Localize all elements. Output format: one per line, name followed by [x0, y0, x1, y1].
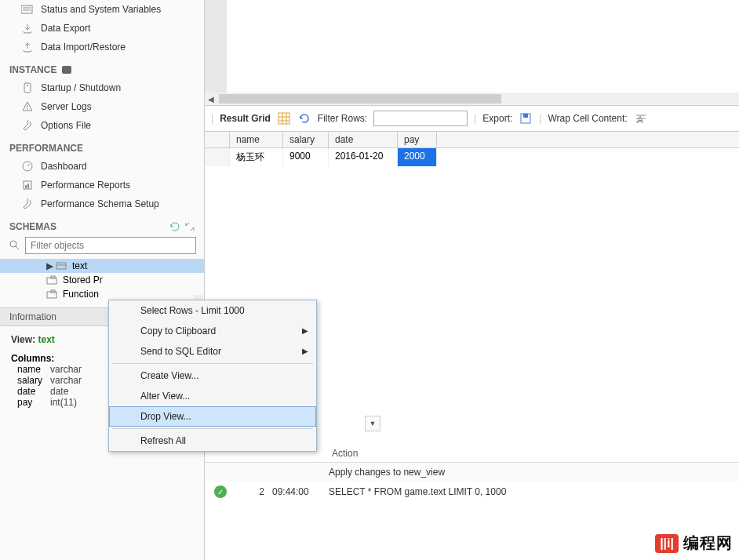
wrench-icon — [20, 119, 35, 132]
nav-label: Server Logs — [41, 101, 92, 112]
tree-label: text — [72, 260, 87, 271]
editor-scrollbar[interactable]: ◀ — [205, 93, 739, 105]
menu-drop-view[interactable]: Drop View... — [109, 406, 316, 427]
export-icon — [20, 22, 35, 35]
nav-label: Dashboard — [41, 161, 87, 172]
nav-performance-schema-setup[interactable]: Performance Schema Setup — [0, 195, 204, 213]
section-schemas: SCHEMAS — [0, 213, 204, 235]
watermark-text: 编程网 — [683, 533, 733, 554]
server-icon — [20, 82, 35, 94]
grid-cell-selected[interactable]: 2000 — [398, 148, 437, 166]
column-header-pay[interactable]: pay — [398, 132, 437, 147]
section-instance: INSTANCE — [0, 56, 204, 78]
svg-point-7 — [27, 108, 28, 110]
scrollbar-thumb[interactable] — [219, 94, 501, 104]
svg-text:A: A — [637, 115, 643, 125]
tree-item-stored-procedures[interactable]: Stored Pr — [0, 273, 204, 287]
context-menu: Select Rows - Limit 1000 Copy to Clipboa… — [108, 300, 317, 452]
gauge-icon — [20, 160, 35, 173]
filter-rows-label: Filter Rows: — [318, 113, 367, 124]
grid-cell[interactable]: 杨玉环 — [230, 148, 283, 166]
svg-rect-11 — [25, 185, 27, 188]
row-number-header — [205, 132, 230, 147]
filter-objects-input[interactable] — [25, 237, 196, 254]
log-row[interactable]: Apply changes to new_view — [205, 463, 739, 482]
watermark-badge: ||i| — [655, 534, 679, 553]
expand-triangle-icon[interactable]: ▶ — [46, 260, 53, 271]
nav-label: Performance Reports — [41, 180, 130, 191]
variables-icon — [20, 3, 35, 16]
grid-header: name salary date pay — [205, 132, 739, 148]
nav-data-import[interactable]: Data Import/Restore — [0, 38, 204, 56]
grid-icon[interactable] — [277, 111, 291, 125]
save-icon[interactable] — [519, 111, 533, 125]
result-grid[interactable]: name salary date pay 杨玉环 9000 2016-01-20… — [205, 132, 739, 166]
export-label: Export: — [482, 113, 512, 124]
folder-icon — [46, 289, 58, 300]
tree-item-text[interactable]: ▶ text — [0, 259, 204, 273]
editor-gutter — [205, 0, 227, 102]
submenu-arrow-icon: ▶ — [302, 326, 308, 335]
svg-point-13 — [10, 241, 16, 247]
status-ok-icon: ✓ — [214, 485, 227, 498]
scroll-left-icon[interactable]: ◀ — [205, 95, 217, 104]
refresh-icon[interactable] — [169, 222, 180, 231]
log-row[interactable]: ✓ 2 09:44:00 SELECT * FROM game.text LIM… — [205, 482, 739, 502]
sidebar: Status and System Variables Data Export … — [0, 0, 205, 560]
nav-label: Startup / Shutdown — [41, 82, 121, 93]
menu-alter-view[interactable]: Alter View... — [109, 386, 316, 406]
report-icon — [20, 179, 35, 191]
column-header-salary[interactable]: salary — [283, 132, 329, 147]
view-icon — [55, 260, 67, 271]
wrench-icon — [20, 198, 35, 210]
view-name: text — [38, 334, 54, 345]
menu-select-rows[interactable]: Select Rows - Limit 1000 — [109, 300, 316, 321]
search-icon — [9, 240, 20, 251]
nav-server-logs[interactable]: Server Logs — [0, 97, 204, 116]
nav-status-variables[interactable]: Status and System Variables — [0, 0, 204, 19]
grid-cell[interactable]: 9000 — [283, 148, 329, 166]
folder-icon — [46, 275, 58, 285]
nav-label: Data Export — [41, 23, 90, 34]
schema-tree: ▶ text Stored Pr Function — [0, 259, 204, 301]
grid-row[interactable]: 杨玉环 9000 2016-01-20 2000 — [205, 148, 739, 166]
warning-icon — [20, 100, 35, 113]
result-toolbar: | Result Grid Filter Rows: | Export: | W… — [205, 106, 739, 132]
nav-performance-reports[interactable]: Performance Reports — [0, 176, 204, 195]
tree-label: Function — [63, 289, 99, 300]
svg-rect-0 — [21, 5, 32, 13]
filter-row — [0, 235, 204, 259]
dropdown-button[interactable]: ▼ — [365, 416, 380, 431]
nav-label: Options File — [41, 120, 91, 131]
result-grid-label: Result Grid — [220, 113, 271, 124]
submenu-arrow-icon: ▶ — [302, 347, 308, 355]
tree-label: Stored Pr — [63, 275, 103, 285]
menu-separator — [112, 363, 313, 364]
menu-create-view[interactable]: Create View... — [109, 365, 316, 386]
watermark: ||i| 编程网 — [655, 533, 733, 554]
filter-rows-input[interactable] — [373, 111, 468, 126]
expand-icon[interactable] — [185, 222, 195, 231]
wrap-cell-label: Wrap Cell Content: — [548, 113, 627, 124]
sql-editor[interactable]: ◀ — [205, 0, 739, 106]
svg-rect-4 — [24, 83, 31, 93]
grid-cell[interactable]: 2016-01-20 — [329, 148, 398, 166]
menu-send-to-sql-editor[interactable]: Send to SQL Editor ▶ — [109, 341, 316, 362]
nav-data-export[interactable]: Data Export — [0, 19, 204, 38]
svg-line-9 — [27, 164, 30, 166]
svg-rect-27 — [523, 114, 528, 118]
menu-refresh-all[interactable]: Refresh All — [109, 431, 316, 451]
refresh-icon[interactable] — [297, 111, 311, 125]
menu-separator — [112, 428, 313, 429]
column-header-name[interactable]: name — [230, 132, 283, 147]
column-header-date[interactable]: date — [329, 132, 398, 147]
menu-copy-to-clipboard[interactable]: Copy to Clipboard ▶ — [109, 321, 316, 341]
import-icon — [20, 41, 35, 53]
action-log: Action Apply changes to new_view ✓ 2 09:… — [205, 445, 739, 502]
instance-icon — [61, 65, 72, 75]
nav-dashboard[interactable]: Dashboard — [0, 157, 204, 176]
wrap-icon[interactable]: A — [634, 111, 648, 125]
nav-options-file[interactable]: Options File — [0, 116, 204, 135]
nav-startup-shutdown[interactable]: Startup / Shutdown — [0, 78, 204, 97]
row-number-cell[interactable] — [205, 148, 230, 166]
